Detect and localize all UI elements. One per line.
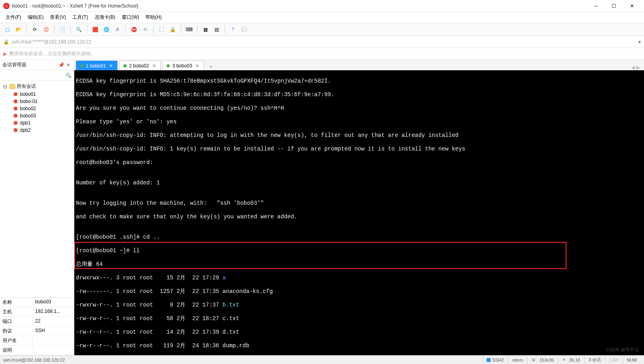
tab-label: 3 bobo03 xyxy=(172,63,192,69)
session-label: dpb1 xyxy=(20,120,31,126)
refresh-icon[interactable]: ⟲ xyxy=(140,25,150,34)
term-line: and check to make sure that only the key… xyxy=(76,214,642,220)
status-address: ssh://root@192.168.100.120:22 xyxy=(3,358,482,362)
term-line: -rw-r--r--. 1 root root 119 2月 24 18:36 … xyxy=(76,342,642,349)
menubar: 文件(F) 编辑(E) 查看(V) 工具(T) 选项卡(B) 窗口(W) 帮助(… xyxy=(0,12,644,23)
minimize-button[interactable]: ─ xyxy=(587,0,605,12)
close-button[interactable]: ✕ xyxy=(623,0,641,12)
session-icon xyxy=(13,91,18,97)
font-icon[interactable]: A xyxy=(113,25,122,34)
toolbar-sep xyxy=(54,26,54,34)
tab-prev-icon[interactable]: ◀ xyxy=(631,65,635,70)
terminal[interactable]: ECDSA key fingerprint is SHA256:t78eBmpx… xyxy=(74,70,644,355)
toolbar-sep xyxy=(125,26,126,34)
prop-desc-value xyxy=(33,346,74,355)
address-text: ssh://root:******@192.168.100.120:22 xyxy=(12,39,638,45)
tab-bobo01[interactable]: 1 bobo01✕ xyxy=(76,61,117,70)
session-label: bobo01 xyxy=(20,91,36,97)
status-dot-icon xyxy=(167,64,170,67)
tab-close-icon[interactable]: ✕ xyxy=(109,63,113,69)
toolbar-sep xyxy=(225,26,225,34)
status-dot-icon xyxy=(123,64,127,67)
session-icon xyxy=(13,120,18,126)
prop-port-label: 端口 xyxy=(0,317,33,326)
session-icon xyxy=(13,113,18,119)
reconnect-icon[interactable]: ⟳ xyxy=(30,25,40,34)
tab-bobo03[interactable]: 3 bobo03✕ xyxy=(162,61,204,70)
arrow-icon: ▶ xyxy=(3,51,7,57)
open-session-icon[interactable]: 📂 xyxy=(14,25,23,34)
globe-icon[interactable]: 🌐 xyxy=(101,25,111,34)
prop-host-label: 主机 xyxy=(0,307,33,317)
tab-label: 2 bobo02 xyxy=(129,63,149,69)
layout-icon[interactable]: ▦ xyxy=(201,25,210,34)
status-dot-icon xyxy=(80,64,83,67)
fullscreen-icon[interactable]: ⛶ xyxy=(157,25,166,34)
tab-close-icon[interactable]: ✕ xyxy=(152,63,156,69)
close-panel-icon[interactable]: ✕ xyxy=(65,62,72,68)
tab-bobo02[interactable]: 2 bobo02✕ xyxy=(119,61,161,70)
add-tab-button[interactable]: ＋ xyxy=(207,63,215,70)
keyboard-icon[interactable]: ⌨ xyxy=(184,25,194,34)
menu-window[interactable]: 窗口(W) xyxy=(119,12,142,22)
session-item[interactable]: bobo-01 xyxy=(2,98,72,105)
term-line: Please type 'yes' or 'no': yes xyxy=(76,119,642,125)
menu-view[interactable]: 查看(V) xyxy=(47,12,69,22)
prop-host-value: 192.168.1... xyxy=(33,307,74,317)
session-label: bobo-01 xyxy=(20,99,38,104)
tab-close-icon[interactable]: ✕ xyxy=(195,63,199,69)
sidebar-header: 会话管理器 📌 ✕ xyxy=(0,60,74,70)
term-line: -rw-------. 1 root root 1257 2月 22 17:35… xyxy=(76,288,642,295)
copy-icon[interactable]: 📄 xyxy=(58,25,67,34)
term-line: drwxrwx---. 3 root root 15 2月 22 17:29 a xyxy=(76,275,642,281)
menu-tools[interactable]: 工具(T) xyxy=(69,12,91,22)
term-line: Now try logging into the machine, with: … xyxy=(76,200,642,207)
dropdown-icon[interactable]: ▾ xyxy=(638,39,641,45)
term-line: 总用量 64 xyxy=(76,261,642,268)
prop-desc-label: 说明 xyxy=(0,346,33,355)
status-sessions: 3 会话 xyxy=(584,356,605,364)
session-item[interactable]: dpb2 xyxy=(2,127,72,134)
tree-root-label: 所有会话 xyxy=(17,83,36,90)
search-icon: 🔍 xyxy=(66,73,72,78)
menu-edit[interactable]: 编辑(E) xyxy=(24,12,47,22)
prop-user-label: 用户名 xyxy=(0,336,33,345)
find-icon[interactable]: 🔍 xyxy=(74,25,83,34)
address-bar[interactable]: 🔒 ssh://root:******@192.168.100.120:22 ▾ xyxy=(0,36,644,48)
status-size: ⇲ 153x36 xyxy=(527,356,558,364)
menu-tabs[interactable]: 选项卡(B) xyxy=(91,12,119,22)
toolbar-sep xyxy=(181,26,181,34)
menu-file[interactable]: 文件(F) xyxy=(2,12,24,22)
app-icon xyxy=(3,3,10,9)
menu-help[interactable]: 帮助(H) xyxy=(142,12,165,22)
tile-icon[interactable]: ▤ xyxy=(212,25,221,34)
color-icon[interactable]: 🟥 xyxy=(90,25,100,34)
session-item[interactable]: bobo02 xyxy=(2,105,72,112)
toolbar: ▢ 📂 ⟳ ⛔ 📄 🔍 🟥 🌐 A ⛔ ⟲ ⛶ 🔒 ⌨ ▦ ▤ ？ 💬 xyxy=(0,23,644,36)
collapse-icon[interactable]: ⊟ xyxy=(3,84,8,89)
disconnect-icon[interactable]: ⛔ xyxy=(41,25,51,34)
prop-user-value xyxy=(33,336,74,345)
term-line: root@bobo03's password: xyxy=(76,159,642,166)
sidebar-search[interactable]: 🔍 xyxy=(0,70,74,81)
toolbar-sep xyxy=(197,26,197,34)
hint-bar: ▶ 要添加当前会话，点击左侧的箭头按钮。 xyxy=(0,48,644,60)
pin-icon[interactable]: 📌 xyxy=(58,62,64,68)
chat-icon[interactable]: 💬 xyxy=(239,25,249,34)
session-item[interactable]: bobo01 xyxy=(2,91,72,98)
session-icon xyxy=(13,127,18,133)
maximize-button[interactable]: ☐ xyxy=(605,0,623,12)
stop-icon[interactable]: ⛔ xyxy=(129,25,139,34)
session-item[interactable]: bobo03 xyxy=(2,112,72,119)
window-controls: ─ ☐ ✕ xyxy=(587,0,641,12)
tab-next-icon[interactable]: ▶ xyxy=(636,65,640,70)
prop-proto-label: 协议 xyxy=(0,326,33,336)
help-icon[interactable]: ？ xyxy=(228,25,238,34)
new-session-icon[interactable]: ▢ xyxy=(2,25,12,34)
term-line: -rw-r--r--. 1 root root 14 2月 22 17:39 d… xyxy=(76,329,642,336)
lock-icon[interactable]: 🔒 xyxy=(168,25,177,34)
lock-icon: 🔒 xyxy=(3,39,9,45)
tree-root[interactable]: ⊟ 所有会话 xyxy=(2,82,72,91)
session-item[interactable]: dpb1 xyxy=(2,119,72,127)
session-tree: ⊟ 所有会话 bobo01 bobo-01 bobo02 bobo03 dpb1… xyxy=(0,81,74,297)
